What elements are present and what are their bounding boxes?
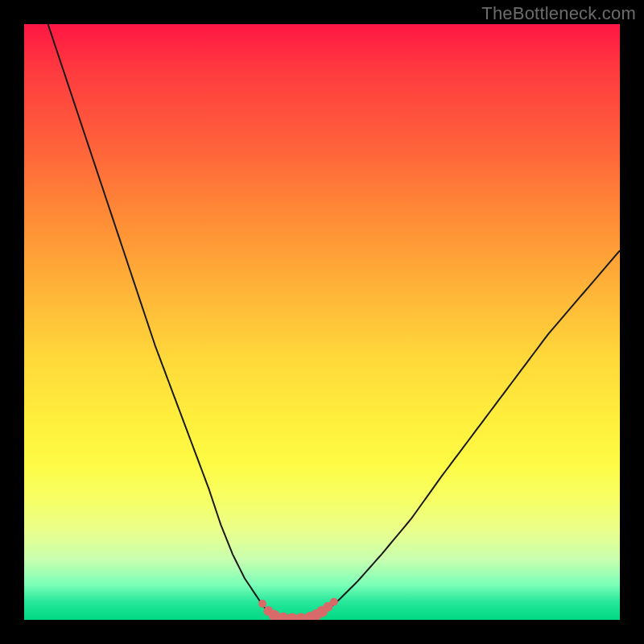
chart-svg	[24, 24, 620, 620]
valley-marker	[258, 600, 266, 608]
watermark-text: TheBottleneck.com	[481, 3, 636, 24]
outer-frame: TheBottleneck.com	[0, 0, 644, 644]
series-right-curve	[316, 250, 620, 617]
marker-layer	[258, 598, 338, 620]
curve-layer	[48, 24, 620, 619]
chart-plot-area	[24, 24, 620, 620]
valley-marker	[330, 598, 338, 606]
series-left-curve	[48, 24, 275, 617]
